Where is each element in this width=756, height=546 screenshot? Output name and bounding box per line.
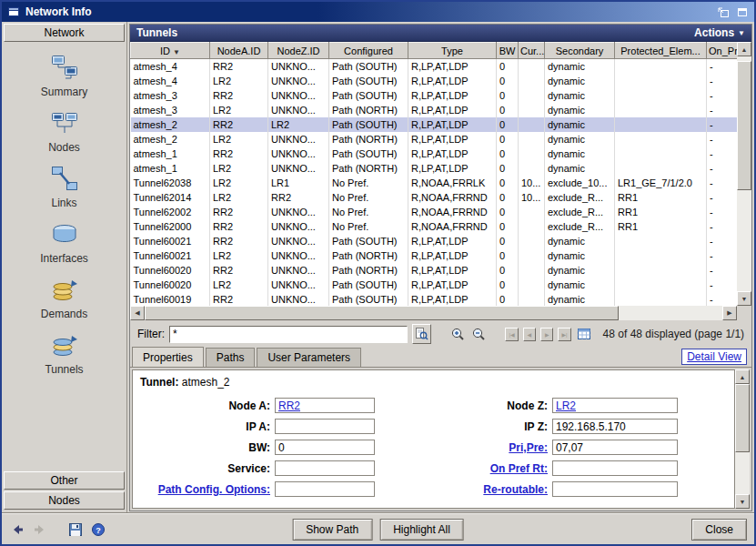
sidebar-item-nodes[interactable]: Nodes [4, 110, 125, 154]
network-info-window: Network Info Network SummaryNodesLinksIn… [0, 0, 756, 546]
table-cell: Tunnel60020 [131, 263, 210, 278]
table-row[interactable]: atmesh_2LR2UNKNO...Path (NORTH)R,LP,AT,L… [131, 132, 738, 147]
tab-paths[interactable]: Paths [206, 348, 256, 367]
property-field[interactable] [552, 460, 678, 476]
sidebar-network-button[interactable]: Network [4, 24, 125, 42]
title-bar[interactable]: Network Info [2, 2, 754, 22]
table-cell: LR2 [268, 117, 329, 132]
scroll-track[interactable] [735, 384, 750, 494]
tab-properties[interactable]: Properties [132, 347, 204, 367]
detail-view-link[interactable]: Detail View [681, 349, 747, 365]
table-cell: dynamic [545, 132, 615, 147]
property-field[interactable] [275, 419, 375, 434]
property-field[interactable] [275, 481, 375, 497]
column-header[interactable]: Type [408, 43, 497, 59]
last-page-button[interactable]: ▶| [558, 328, 570, 341]
column-header[interactable]: BW [497, 43, 519, 59]
table-row[interactable]: atmesh_1RR2UNKNO...Path (SOUTH)R,LP,AT,L… [131, 147, 738, 161]
table-view-icon[interactable] [576, 325, 593, 343]
highlight-all-button[interactable]: Highlight All [379, 519, 464, 541]
maximize-window-icon[interactable] [735, 5, 750, 18]
column-header[interactable]: Configured [329, 43, 408, 59]
next-page-button[interactable]: ▶ [540, 328, 553, 341]
property-label[interactable]: On Pref Rt: [399, 462, 552, 475]
previous-page-button[interactable]: ◀ [523, 328, 536, 341]
column-header[interactable]: Protected_Elem... [615, 43, 707, 59]
scroll-thumb[interactable] [737, 61, 751, 190]
column-header[interactable]: ID▼ [131, 43, 210, 59]
show-path-button[interactable]: Show Path [292, 519, 372, 541]
scroll-down-icon[interactable]: ▼ [735, 494, 750, 509]
sidebar-item-summary[interactable]: Summary [4, 55, 125, 98]
property-label: BW: [138, 441, 275, 454]
scroll-thumb[interactable] [145, 306, 619, 320]
search-button[interactable] [412, 324, 431, 344]
column-header[interactable]: Cur... [519, 43, 545, 59]
table-row[interactable]: Tunnel60020LR2UNKNO...Path (SOUTH)R,LP,A… [131, 278, 738, 292]
scroll-up-icon[interactable]: ▲ [735, 369, 750, 384]
column-header[interactable]: On_Pri [707, 43, 738, 59]
table-row[interactable]: Tunnel60020RR2UNKNO...Path (NORTH)R,LP,A… [131, 263, 738, 278]
property-label[interactable]: Pri,Pre: [399, 441, 552, 454]
sidebar-other-button[interactable]: Other [4, 471, 125, 490]
scroll-track[interactable] [145, 306, 722, 320]
property-field[interactable]: RR2 [275, 398, 375, 413]
property-field[interactable] [552, 481, 678, 497]
table-cell: LR2 [210, 161, 268, 176]
table-row[interactable]: Tunnel62002RR2UNKNO...No Pref.R,NOAA,FRR… [131, 205, 738, 219]
filter-input[interactable] [169, 326, 408, 343]
table-row[interactable]: Tunnel60021RR2UNKNO...Path (SOUTH)R,LP,A… [131, 234, 738, 248]
table-vertical-scrollbar[interactable]: ▲ ▼ [737, 42, 751, 306]
sidebar-item-tunnels[interactable]: Tunnels [4, 332, 125, 376]
property-field[interactable]: 192.168.5.170 [552, 419, 678, 434]
sidebar-item-links[interactable]: Links [4, 166, 125, 209]
back-arrow-icon[interactable] [9, 521, 25, 538]
tunnel-label: Tunnel: [140, 376, 178, 389]
column-header[interactable]: NodeZ.ID [268, 43, 329, 59]
zoom-in-icon[interactable] [449, 325, 466, 343]
tab-user-parameters[interactable]: User Parameters [257, 348, 361, 367]
save-icon[interactable] [67, 521, 84, 538]
close-button[interactable]: Close [691, 519, 747, 541]
table-row[interactable]: Tunnel62038LR2LR1No Pref.R,NOAA,FRRLK010… [131, 176, 738, 190]
table-cell: dynamic [545, 59, 615, 74]
table-horizontal-scrollbar[interactable]: ◀ ▶ [130, 306, 751, 320]
scroll-up-icon[interactable]: ▲ [737, 42, 751, 56]
properties-vertical-scrollbar[interactable]: ▲ ▼ [735, 369, 750, 509]
table-row[interactable]: Tunnel62000RR2UNKNO...No Pref.R,NOAA,FRR… [131, 219, 738, 234]
first-page-button[interactable]: |◀ [505, 328, 518, 341]
scroll-thumb[interactable] [735, 384, 750, 452]
table-row[interactable]: atmesh_4LR2UNKNO...Path (SOUTH)R,LP,AT,L… [131, 74, 738, 88]
scroll-track[interactable] [737, 56, 751, 291]
forward-arrow-icon[interactable] [32, 521, 48, 538]
scroll-left-icon[interactable]: ◀ [130, 306, 145, 320]
property-label: Node Z: [399, 399, 552, 412]
table-row[interactable]: atmesh_3LR2UNKNO...Path (NORTH)R,LP,AT,L… [131, 103, 738, 117]
property-field[interactable]: 07,07 [552, 440, 678, 455]
table-cell [519, 263, 545, 278]
detach-window-icon[interactable] [716, 5, 731, 18]
scroll-right-icon[interactable]: ▶ [722, 306, 737, 320]
property-label[interactable]: Path Config. Options: [138, 483, 275, 496]
column-header[interactable]: Secondary [545, 43, 615, 59]
column-header[interactable]: NodeA.ID [210, 43, 268, 59]
table-row[interactable]: atmesh_3RR2UNKNO...Path (SOUTH)R,LP,AT,L… [131, 88, 738, 103]
scroll-down-icon[interactable]: ▼ [737, 291, 751, 306]
property-field[interactable]: 0 [275, 440, 375, 455]
table-row[interactable]: Tunnel60019RR2UNKNO...Path (SOUTH)R,LP,A… [131, 292, 738, 307]
sidebar-nodes-button[interactable]: Nodes [4, 491, 125, 510]
property-field[interactable] [275, 460, 375, 476]
table-row[interactable]: Tunnel60021LR2UNKNO...Path (NORTH)R,LP,A… [131, 248, 738, 263]
zoom-out-icon[interactable] [470, 325, 488, 343]
sidebar-item-demands[interactable]: Demands [4, 277, 125, 320]
property-field[interactable]: LR2 [552, 398, 678, 413]
table-cell: dynamic [545, 248, 615, 263]
sidebar-item-interfaces[interactable]: Interfaces [4, 221, 125, 265]
table-row[interactable]: atmesh_4RR2UNKNO...Path (SOUTH)R,LP,AT,L… [131, 59, 738, 74]
help-icon[interactable]: ? [90, 521, 106, 538]
table-row[interactable]: atmesh_2RR2LR2Path (SOUTH)R,LP,AT,LDP0dy… [131, 117, 738, 132]
actions-menu[interactable]: Actions ▼ [694, 26, 745, 39]
table-row[interactable]: atmesh_1LR2UNKNO...Path (NORTH)R,LP,AT,L… [131, 161, 738, 176]
property-label[interactable]: Re-routable: [399, 483, 552, 496]
table-row[interactable]: Tunnel62014LR2RR2No Pref.R,NOAA,FRRND010… [131, 190, 738, 205]
